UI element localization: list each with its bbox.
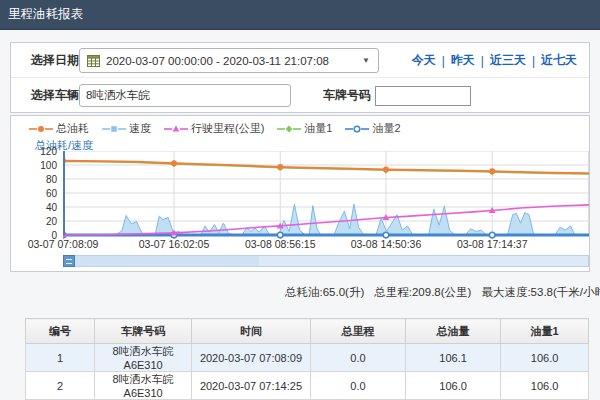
report-table: 编号车牌号码时间总里程总油量油量1 18吨洒水车皖A6E3102020-03-0… [25, 318, 589, 400]
plate-number-input[interactable] [375, 86, 471, 106]
table-header-cell: 油量1 [501, 319, 589, 344]
chart-plot[interactable] [63, 151, 590, 240]
table-cell: 2020-03-07 07:14:25 [192, 372, 311, 400]
chart-panel: 总油耗 速度 行驶里程(公里) 油量1 油量2 总油耗/速度 020406080… [10, 115, 590, 272]
y-tick-label: 100 [23, 160, 57, 171]
y-tick-label: 80 [23, 174, 57, 185]
total-fuel-stat: 总耗油:65.0(升) [285, 286, 364, 298]
quick-link-2[interactable]: 近三天 [486, 52, 530, 69]
link-separator: | [440, 54, 447, 68]
page-header: 里程油耗报表 [0, 0, 600, 30]
x-tick-label: 03-07 16:02:05 [139, 238, 210, 250]
table-cell: 106.1 [405, 344, 500, 372]
app-window: 里程油耗报表 选择日期 2020-03-07 00:00:00 - 2020-0… [0, 0, 600, 400]
legend-label: 总油耗 [56, 121, 89, 136]
table-cell: 0.0 [310, 372, 405, 400]
table-cell: 106.0 [405, 372, 500, 400]
legend-item-3[interactable]: 油量1 [277, 121, 332, 136]
table-cell: 106.0 [501, 372, 589, 400]
table-header-cell: 总里程 [310, 319, 405, 344]
legend-marker-icon [29, 124, 53, 134]
x-tick-label: 03-08 17:14:37 [457, 238, 528, 250]
legend-label: 行驶里程(公里) [191, 121, 264, 136]
plate-label: 车牌号码 [323, 78, 371, 113]
y-tick-label: 20 [23, 216, 57, 227]
legend-label: 油量2 [372, 121, 400, 136]
table-header-cell: 编号 [26, 319, 95, 344]
date-filter-row: 选择日期 2020-03-07 00:00:00 - 2020-03-11 21… [11, 43, 589, 78]
legend-marker-icon [345, 124, 369, 134]
total-mileage-stat: 总里程:209.8(公里) [374, 286, 471, 298]
date-range-input[interactable]: 2020-03-07 00:00:00 - 2020-03-11 21:07:0… [79, 48, 379, 73]
y-tick-label: 60 [23, 188, 57, 199]
table-cell: 2020-03-07 07:08:09 [192, 344, 311, 372]
table-header-row: 编号车牌号码时间总里程总油量油量1 [26, 319, 589, 344]
legend-marker-icon [102, 124, 126, 134]
scrollbar-selected-range[interactable] [64, 256, 259, 266]
date-range-value: 2020-03-07 00:00:00 - 2020-03-11 21:07:0… [106, 55, 329, 67]
table-row: 18吨洒水车皖A6E3102020-03-07 07:08:090.0106.1… [26, 344, 589, 372]
quick-link-3[interactable]: 近七天 [537, 52, 581, 69]
quick-link-0[interactable]: 今天 [408, 52, 440, 69]
legend-item-4[interactable]: 油量2 [345, 121, 400, 136]
page-title: 里程油耗报表 [0, 6, 83, 23]
table-cell: 8吨洒水车皖A6E310 [95, 344, 192, 372]
legend-marker-icon [164, 124, 188, 134]
table-cell: 106.0 [501, 344, 589, 372]
summary-stats: 总耗油:65.0(升)总里程:209.8(公里)最大速度:53.8(千米/小时) [285, 285, 600, 300]
legend-label: 油量1 [304, 121, 332, 136]
table-cell: 0.0 [310, 344, 405, 372]
max-speed-stat: 最大速度:53.8(千米/小时) [481, 286, 600, 298]
table-cell: 1 [26, 344, 95, 372]
x-tick-label: 03-07 07:08:09 [28, 238, 99, 250]
link-separator: | [479, 54, 486, 68]
vehicle-label: 选择车辆 [31, 78, 79, 113]
scrollbar-handle[interactable] [63, 255, 75, 267]
quick-link-1[interactable]: 昨天 [447, 52, 479, 69]
table-header-cell: 时间 [192, 319, 311, 344]
table-header-cell: 车牌号码 [95, 319, 192, 344]
table-row: 28吨洒水车皖A6E3102020-03-07 07:14:250.0106.0… [26, 372, 589, 400]
chart-scrollbar[interactable] [63, 255, 589, 267]
legend-item-2[interactable]: 行驶里程(公里) [164, 121, 264, 136]
y-tick-label: 40 [23, 202, 57, 213]
legend-label: 速度 [129, 121, 151, 136]
x-tick-label: 03-08 14:50:36 [351, 238, 422, 250]
chart-legend: 总油耗 速度 行驶里程(公里) 油量1 油量2 [29, 121, 414, 136]
filter-panel: 选择日期 2020-03-07 00:00:00 - 2020-03-11 21… [10, 42, 590, 113]
dropdown-caret-icon: ▼ [362, 56, 370, 65]
quick-date-links: 今天|昨天|近三天|近七天 [408, 43, 581, 78]
legend-marker-icon [277, 124, 301, 134]
table-cell: 2 [26, 372, 95, 400]
y-tick-label: 120 [23, 146, 57, 157]
date-label: 选择日期 [31, 43, 79, 78]
x-tick-label: 03-08 08:56:15 [245, 238, 316, 250]
table-cell: 8吨洒水车皖A6E310 [95, 372, 192, 400]
link-separator: | [530, 54, 537, 68]
vehicle-filter-row: 选择车辆 车牌号码 [11, 78, 589, 113]
calendar-icon [87, 54, 100, 67]
legend-item-1[interactable]: 速度 [102, 121, 151, 136]
vehicle-input[interactable] [79, 84, 291, 107]
table-header-cell: 总油量 [405, 319, 500, 344]
legend-item-0[interactable]: 总油耗 [29, 121, 89, 136]
